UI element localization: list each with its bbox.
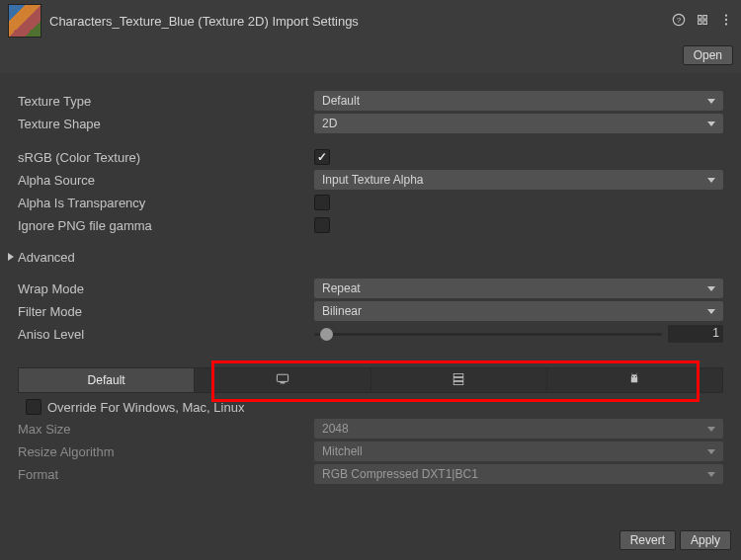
max-size-select[interactable]: 2048 — [314, 419, 723, 439]
help-icon[interactable]: ? — [672, 13, 686, 30]
alpha-source-select[interactable]: Input Texture Alpha — [314, 170, 723, 190]
tab-standalone[interactable] — [195, 368, 370, 392]
alpha-transparency-checkbox[interactable] — [314, 195, 330, 210]
inspector-title: Characters_Texture_Blue (Texture 2D) Imp… — [49, 14, 672, 29]
android-icon — [626, 371, 642, 390]
svg-rect-6 — [280, 382, 285, 383]
override-label: Override For Windows, Mac, Linux — [47, 400, 244, 415]
format-select[interactable]: RGB Compressed DXT1|BC1 — [314, 464, 723, 484]
tab-server[interactable] — [371, 368, 547, 392]
slider-thumb-icon[interactable] — [320, 328, 333, 341]
alpha-source-label: Alpha Source — [18, 173, 314, 188]
svg-rect-8 — [453, 377, 463, 380]
presets-icon[interactable] — [696, 13, 709, 30]
aniso-value-field[interactable]: 1 — [668, 325, 723, 343]
svg-rect-5 — [277, 374, 288, 381]
texture-shape-label: Texture Shape — [18, 117, 314, 131]
override-checkbox[interactable] — [26, 399, 41, 415]
filter-mode-label: Filter Mode — [18, 304, 314, 319]
svg-line-13 — [636, 373, 637, 375]
texture-type-label: Texture Type — [18, 94, 314, 109]
apply-button[interactable]: Apply — [680, 530, 731, 550]
svg-rect-9 — [453, 381, 463, 384]
resize-algo-select[interactable]: Mitchell — [314, 441, 723, 461]
svg-point-3 — [725, 18, 727, 20]
alpha-transparency-label: Alpha Is Transparency — [18, 196, 314, 210]
filter-mode-select[interactable]: Bilinear — [314, 301, 723, 321]
svg-text:?: ? — [677, 15, 682, 24]
svg-point-10 — [632, 375, 633, 376]
resize-algo-label: Resize Algorithm — [18, 444, 314, 459]
aniso-slider[interactable] — [314, 333, 662, 336]
ignore-png-gamma-checkbox[interactable] — [314, 217, 330, 233]
tab-default[interactable]: Default — [19, 368, 195, 392]
svg-line-12 — [632, 373, 633, 375]
ignore-png-gamma-label: Ignore PNG file gamma — [18, 218, 314, 233]
texture-shape-select[interactable]: 2D — [314, 114, 723, 133]
tab-android[interactable] — [547, 368, 722, 392]
svg-rect-7 — [453, 373, 463, 376]
server-icon — [451, 371, 466, 390]
revert-button[interactable]: Revert — [619, 530, 676, 550]
aniso-level-label: Aniso Level — [18, 327, 314, 342]
svg-point-2 — [725, 14, 727, 16]
monitor-icon — [275, 371, 290, 390]
texture-type-select[interactable]: Default — [314, 91, 723, 111]
max-size-label: Max Size — [18, 422, 314, 437]
srgb-checkbox[interactable] — [314, 149, 330, 165]
foldout-arrow-icon — [8, 253, 14, 261]
svg-point-11 — [635, 375, 636, 376]
menu-icon[interactable] — [719, 13, 733, 30]
open-button[interactable]: Open — [683, 45, 733, 65]
srgb-label: sRGB (Color Texture) — [18, 150, 314, 165]
advanced-foldout[interactable]: Advanced — [8, 247, 723, 267]
format-label: Format — [18, 467, 314, 482]
wrap-mode-select[interactable]: Repeat — [314, 279, 723, 298]
platform-tabs: Default — [18, 367, 723, 393]
svg-point-4 — [725, 23, 727, 25]
advanced-label: Advanced — [18, 250, 75, 265]
texture-thumbnail — [8, 4, 41, 38]
wrap-mode-label: Wrap Mode — [18, 281, 314, 296]
